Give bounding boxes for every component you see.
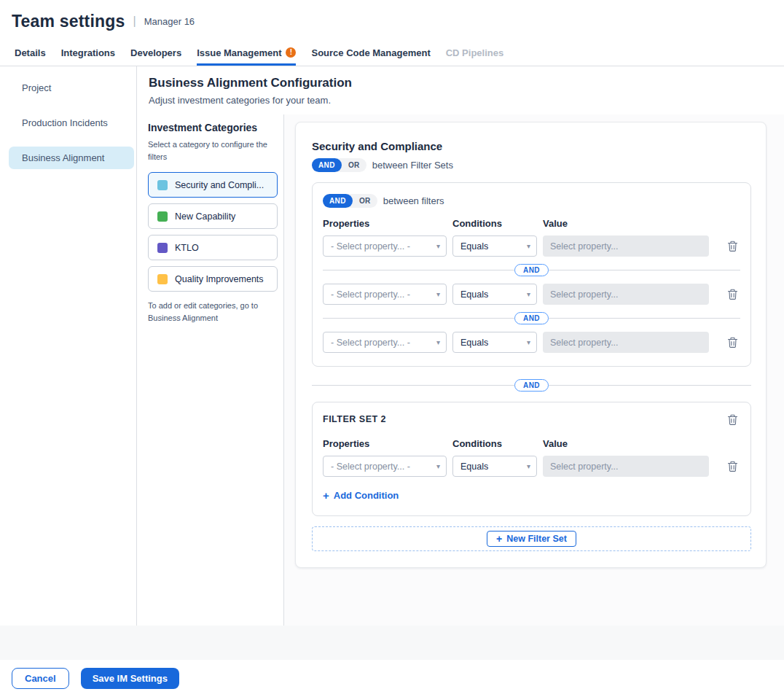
and-connector-pill: AND <box>514 379 549 392</box>
chevron-down-icon: ▾ <box>527 338 530 346</box>
trash-icon <box>727 241 738 252</box>
sidebar-item-label: Project <box>22 82 51 93</box>
column-header-value: Value <box>543 438 709 449</box>
value-input[interactable] <box>543 456 709 477</box>
main-body: Investment Categories Select a category … <box>137 114 784 626</box>
warning-badge-icon: ! <box>286 47 296 58</box>
filter-row: - Select property... - ▾ Equals ▾ <box>323 332 740 353</box>
delete-filter-set-button[interactable] <box>725 412 740 428</box>
condition-select-value: Equals <box>460 289 488 300</box>
new-filter-set-dropzone: + New Filter Set <box>312 526 751 551</box>
category-label: Security and Compli... <box>175 180 264 190</box>
delete-row-button[interactable] <box>725 335 740 351</box>
property-select[interactable]: - Select property... - ▾ <box>323 235 447 257</box>
connector-line <box>549 318 740 319</box>
trash-icon <box>727 289 738 300</box>
connector-line <box>323 318 514 319</box>
category-label: KTLO <box>175 243 199 253</box>
condition-select[interactable]: Equals ▾ <box>452 284 537 305</box>
or-toggle-option[interactable]: OR <box>342 158 366 172</box>
trash-icon <box>727 461 738 472</box>
column-header-conditions: Conditions <box>452 218 537 229</box>
config-area: Security and Compliance AND OR between F… <box>284 114 784 626</box>
tab-label: Integrations <box>61 47 115 58</box>
connector-line <box>312 385 514 386</box>
chevron-down-icon: ▾ <box>436 462 440 470</box>
value-input[interactable] <box>543 332 709 353</box>
chevron-down-icon: ▾ <box>436 338 440 346</box>
and-toggle-option[interactable]: AND <box>312 158 342 172</box>
value-input[interactable] <box>543 235 709 257</box>
new-filter-set-button[interactable]: + New Filter Set <box>487 531 576 547</box>
column-headers: Properties Conditions Value <box>323 438 740 449</box>
delete-row-button[interactable] <box>725 287 740 303</box>
tab-integrations[interactable]: Integrations <box>61 42 115 66</box>
tab-label: Issue Management <box>197 47 281 58</box>
between-sets-toggle-row: AND OR between Filter Sets <box>312 158 751 172</box>
tab-issue-management[interactable]: Issue Management ! <box>197 42 296 66</box>
main-panel: Business Alignment Configuration Adjust … <box>137 66 784 626</box>
condition-select[interactable]: Equals ▾ <box>452 332 537 353</box>
condition-select-value: Equals <box>460 241 488 252</box>
tab-cd-pipelines: CD Pipelines <box>446 42 503 66</box>
categories-description: Select a category to configure the filte… <box>148 139 278 163</box>
condition-select[interactable]: Equals ▾ <box>452 456 537 477</box>
filter-set-2-title: FILTER SET 2 <box>323 412 386 424</box>
investment-categories-panel: Investment Categories Select a category … <box>137 114 284 626</box>
between-filters-label: between filters <box>383 195 444 206</box>
cancel-button[interactable]: Cancel <box>12 668 69 689</box>
trash-icon <box>727 414 738 426</box>
property-select[interactable]: - Select property... - ▾ <box>323 284 447 305</box>
manager-label: Manager 16 <box>144 16 195 27</box>
property-select[interactable]: - Select property... - ▾ <box>323 332 447 353</box>
add-condition-button[interactable]: + Add Condition <box>323 490 399 501</box>
page-header: Team settings | Manager 16 <box>0 0 784 42</box>
connector-line <box>549 385 751 386</box>
categories-title: Investment Categories <box>148 122 278 133</box>
and-or-toggle: AND OR <box>323 194 377 208</box>
tab-label: Developers <box>130 47 181 58</box>
or-toggle-option[interactable]: OR <box>353 194 377 208</box>
category-button-security-and-compliance[interactable]: Security and Compli... <box>148 172 278 198</box>
delete-row-button[interactable] <box>725 238 740 254</box>
chevron-down-icon: ▾ <box>527 290 530 298</box>
category-button-new-capability[interactable]: New Capability <box>148 203 278 229</box>
section-subtitle: Adjust investment categories for your te… <box>149 95 772 106</box>
property-select-placeholder: - Select property... - <box>331 289 410 300</box>
trash-icon <box>727 337 738 348</box>
save-im-settings-button[interactable]: Save IM Settings <box>81 668 179 689</box>
sidebar-item-project[interactable]: Project <box>9 77 134 99</box>
and-connector: AND <box>323 264 740 276</box>
chevron-down-icon: ▾ <box>527 242 530 250</box>
tab-label: Source Code Management <box>311 47 430 58</box>
page-footer: Cancel Save IM Settings <box>0 660 784 697</box>
tab-developers[interactable]: Developers <box>130 42 181 66</box>
category-color-swatch <box>157 243 168 253</box>
category-button-quality-improvements[interactable]: Quality Improvements <box>148 266 278 292</box>
title-divider: | <box>133 15 136 28</box>
between-filters-toggle-row: AND OR between filters <box>323 194 740 208</box>
tab-source-code-management[interactable]: Source Code Management <box>311 42 430 66</box>
filter-set-2-header: FILTER SET 2 <box>323 412 740 428</box>
column-header-properties: Properties <box>323 218 447 229</box>
category-config-title: Security and Compliance <box>312 140 751 152</box>
property-select-placeholder: - Select property... - <box>331 338 410 348</box>
tab-details[interactable]: Details <box>15 42 46 66</box>
and-toggle-option[interactable]: AND <box>323 194 353 208</box>
category-color-swatch <box>157 274 168 284</box>
category-label: New Capability <box>175 211 235 222</box>
sidebar-item-business-alignment[interactable]: Business Alignment <box>9 147 134 169</box>
category-button-ktlo[interactable]: KTLO <box>148 235 278 260</box>
value-input[interactable] <box>543 284 709 305</box>
sidebar-item-production-incidents[interactable]: Production Incidents <box>9 112 134 134</box>
chevron-down-icon: ▾ <box>527 462 530 470</box>
section-title: Business Alignment Configuration <box>149 76 772 90</box>
footer-spacer <box>0 626 784 660</box>
new-filter-set-label: New Filter Set <box>506 534 567 544</box>
connector-line <box>549 270 740 270</box>
connector-line <box>323 270 514 270</box>
property-select[interactable]: - Select property... - ▾ <box>323 456 447 477</box>
condition-select[interactable]: Equals ▾ <box>452 235 537 257</box>
column-headers: Properties Conditions Value <box>323 218 740 229</box>
delete-row-button[interactable] <box>725 459 740 475</box>
